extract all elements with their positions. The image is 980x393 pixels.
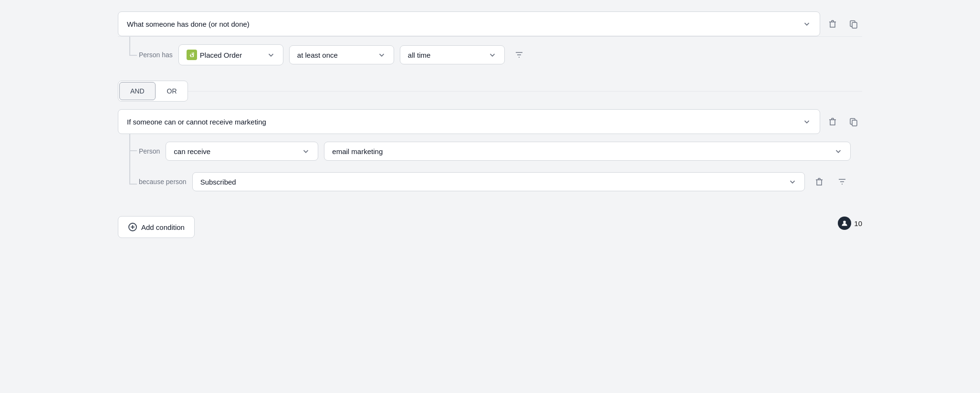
condition-block-1-wrapper: What someone has done (or not done) bbox=[118, 11, 862, 73]
bottom-bar: Add condition 10 bbox=[118, 208, 862, 238]
plus-circle-icon bbox=[128, 222, 137, 232]
condition-1-main-dropdown[interactable]: What someone has done (or not done) bbox=[118, 11, 820, 36]
condition-block-2: If someone can or cannot receive marketi… bbox=[118, 109, 862, 201]
condition-block-2-wrapper: If someone can or cannot receive marketi… bbox=[118, 109, 862, 201]
condition-2-header-row: If someone can or cannot receive marketi… bbox=[118, 109, 862, 134]
condition-2-person-row: Person can receive email marketing bbox=[118, 134, 862, 166]
condition-2-because-row: because person Subscribed bbox=[118, 166, 862, 201]
condition-1-copy-button[interactable] bbox=[845, 15, 862, 32]
or-button[interactable]: OR bbox=[156, 81, 188, 101]
and-or-divider bbox=[188, 91, 862, 92]
placed-order-dropdown[interactable]: Placed Order bbox=[178, 44, 283, 65]
condition-2-chevron-icon bbox=[803, 117, 811, 126]
all-time-label: all time bbox=[408, 51, 431, 59]
at-least-once-dropdown[interactable]: at least once bbox=[289, 45, 394, 64]
condition-1-filter-button[interactable] bbox=[511, 46, 528, 63]
condition-1-sub-row: Person has Placed Order bbox=[118, 36, 862, 73]
filter-icon-2 bbox=[837, 177, 847, 186]
user-icon bbox=[841, 219, 848, 227]
condition-2-person-label: Person bbox=[139, 147, 160, 155]
all-time-chevron-icon bbox=[488, 51, 497, 59]
subscribed-chevron-icon bbox=[788, 177, 797, 186]
condition-2-copy-button[interactable] bbox=[845, 113, 862, 130]
page-container: What someone has done (or not done) bbox=[118, 11, 862, 238]
placed-order-content: Placed Order bbox=[187, 50, 242, 60]
and-button[interactable]: AND bbox=[119, 82, 156, 100]
condition-1-header-row: What someone has done (or not done) bbox=[118, 11, 862, 36]
trash-icon-3 bbox=[814, 177, 824, 186]
svg-rect-10 bbox=[852, 120, 857, 126]
copy-icon-1 bbox=[849, 19, 858, 29]
placed-order-chevron-icon bbox=[267, 51, 275, 59]
svg-point-18 bbox=[844, 221, 846, 224]
add-condition-button[interactable]: Add condition bbox=[118, 216, 195, 238]
filter-icon-1 bbox=[514, 50, 524, 60]
subscribed-label: Subscribed bbox=[200, 178, 236, 186]
copy-icon-2 bbox=[849, 117, 858, 126]
can-receive-dropdown[interactable]: can receive bbox=[166, 142, 318, 161]
can-receive-label: can receive bbox=[174, 147, 210, 155]
user-avatar bbox=[838, 217, 851, 230]
and-or-row: AND OR bbox=[118, 81, 862, 102]
user-badge: 10 bbox=[838, 217, 862, 230]
placed-order-label: Placed Order bbox=[200, 51, 242, 59]
trash-icon-2 bbox=[828, 117, 837, 126]
condition-2-header-label: If someone can or cannot receive marketi… bbox=[127, 118, 266, 126]
svg-rect-4 bbox=[852, 22, 857, 28]
condition-block-1: What someone has done (or not done) bbox=[118, 11, 862, 73]
condition-1-header-label: What someone has done (or not done) bbox=[127, 20, 250, 28]
condition-1-delete-button[interactable] bbox=[824, 15, 841, 32]
user-count: 10 bbox=[854, 219, 862, 228]
all-time-dropdown[interactable]: all time bbox=[400, 45, 505, 64]
email-marketing-dropdown[interactable]: email marketing bbox=[324, 142, 851, 161]
condition-1-sub-label: Person has bbox=[139, 51, 173, 59]
subscribed-dropdown[interactable]: Subscribed bbox=[192, 172, 805, 191]
shopify-icon bbox=[187, 50, 197, 60]
trash-icon-1 bbox=[828, 19, 837, 29]
subscribed-filter-button[interactable] bbox=[834, 173, 851, 190]
email-marketing-label: email marketing bbox=[332, 147, 383, 155]
condition-1-chevron-icon bbox=[803, 20, 811, 28]
condition-2-delete-button[interactable] bbox=[824, 113, 841, 130]
because-person-label: because person bbox=[139, 178, 187, 186]
can-receive-chevron-icon bbox=[302, 147, 310, 155]
subscribed-delete-button[interactable] bbox=[811, 173, 828, 190]
and-or-group: AND OR bbox=[118, 81, 188, 102]
condition-2-main-dropdown[interactable]: If someone can or cannot receive marketi… bbox=[118, 109, 820, 134]
add-condition-label: Add condition bbox=[141, 223, 185, 231]
at-least-once-chevron-icon bbox=[377, 51, 386, 59]
at-least-once-label: at least once bbox=[297, 51, 338, 59]
email-marketing-chevron-icon bbox=[834, 147, 843, 155]
